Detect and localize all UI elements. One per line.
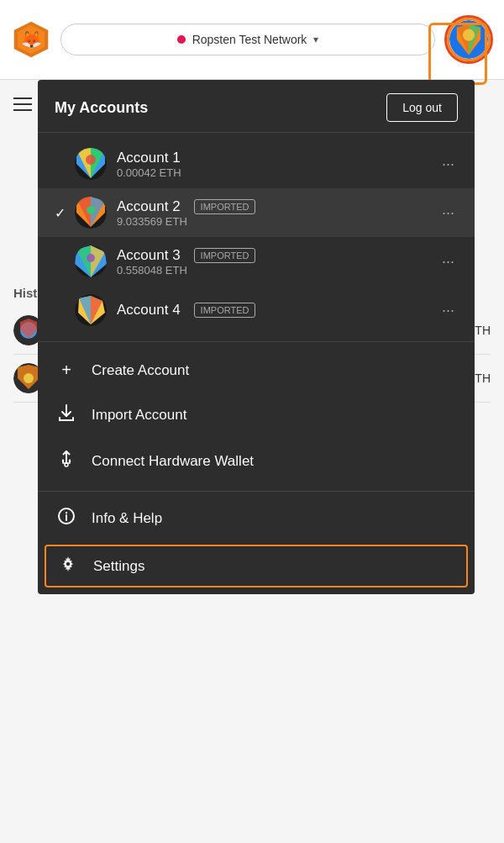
create-account-icon: + — [55, 361, 78, 380]
account-avatar-button[interactable] — [447, 18, 491, 61]
account-more-1[interactable]: ··· — [438, 152, 458, 177]
info-help-item[interactable]: Info & Help — [38, 495, 475, 541]
svg-point-18 — [87, 254, 95, 262]
menu-bottom: Info & Help Settings — [38, 492, 475, 594]
create-account-item[interactable]: + Create Account — [38, 349, 475, 392]
account-item-1[interactable]: Account 1 0.00042 ETH ··· — [38, 140, 475, 188]
account-details-2: Account 2 IMPORTED 9.033569 ETH — [117, 198, 438, 228]
network-label: Ropsten Test Network — [192, 33, 307, 46]
account-avatar-3 — [75, 245, 107, 277]
svg-point-20 — [65, 463, 68, 466]
svg-point-4 — [463, 29, 475, 41]
accounts-menu: My Accounts Log out Account 1 0.00042 ET… — [38, 80, 475, 594]
svg-point-16 — [87, 206, 95, 214]
account-balance-3: 0.558048 ETH — [117, 264, 438, 277]
svg-point-25 — [66, 512, 67, 514]
connect-hardware-item[interactable]: Connect Hardware Wallet — [38, 438, 475, 484]
usb-icon — [55, 450, 78, 472]
account-item-4[interactable]: Account 4 IMPORTED ··· — [38, 286, 475, 335]
import-account-icon — [55, 403, 78, 426]
account-name-1: Account 1 — [117, 150, 438, 166]
menu-actions: + Create Account Import Account — [38, 342, 475, 492]
network-selector[interactable]: Ropsten Test Network ▾ — [60, 24, 435, 55]
account-list: Account 1 0.00042 ETH ··· ✓ Account 2 — [38, 133, 475, 342]
imported-badge-4: IMPORTED — [194, 303, 256, 318]
svg-point-14 — [86, 155, 96, 165]
import-account-item[interactable]: Import Account — [38, 392, 475, 438]
account-avatar-2 — [75, 197, 107, 229]
import-account-label: Import Account — [92, 407, 186, 424]
chevron-down-icon: ▾ — [313, 34, 318, 45]
metamask-logo: 🦊 — [10, 18, 52, 61]
svg-point-12 — [24, 373, 34, 383]
account-item-3[interactable]: Account 3 IMPORTED 0.558048 ETH ··· — [38, 237, 475, 286]
settings-item[interactable]: Settings — [45, 545, 468, 587]
account-balance-2: 9.033569 ETH — [117, 215, 438, 228]
menu-header: My Accounts Log out — [38, 80, 475, 133]
create-account-label: Create Account — [92, 362, 189, 379]
svg-text:🦊: 🦊 — [21, 29, 42, 50]
account-details-4: Account 4 IMPORTED — [117, 302, 438, 319]
selected-indicator-2: ✓ — [55, 205, 75, 221]
connect-hardware-label: Connect Hardware Wallet — [92, 453, 254, 470]
account-avatar-1 — [75, 148, 107, 180]
logout-button[interactable]: Log out — [386, 93, 458, 122]
account-avatar-4 — [75, 294, 107, 326]
account-more-3[interactable]: ··· — [438, 250, 458, 274]
account-details-1: Account 1 0.00042 ETH — [117, 150, 438, 179]
hamburger-menu[interactable] — [13, 93, 32, 115]
account-name-4: Account 4 — [117, 302, 181, 319]
imported-badge-3: IMPORTED — [194, 248, 256, 263]
info-icon — [55, 507, 78, 530]
network-status-dot — [177, 35, 186, 44]
menu-title: My Accounts — [55, 99, 148, 117]
account-details-3: Account 3 IMPORTED 0.558048 ETH — [117, 247, 438, 277]
imported-badge-2: IMPORTED — [194, 199, 256, 214]
account-item-2[interactable]: ✓ Account 2 IMPORTED 9.033569 ETH ··· — [38, 188, 475, 237]
account-more-4[interactable]: ··· — [438, 298, 458, 323]
top-bar: 🦊 Ropsten Test Network ▾ — [0, 0, 504, 80]
account-name-2: Account 2 — [117, 198, 181, 215]
account-name-3: Account 3 — [117, 247, 181, 264]
account-balance-1: 0.00042 ETH — [117, 166, 438, 179]
account-more-2[interactable]: ··· — [438, 201, 458, 225]
gear-icon — [56, 555, 80, 577]
info-help-label: Info & Help — [92, 510, 162, 527]
settings-label: Settings — [93, 558, 144, 575]
